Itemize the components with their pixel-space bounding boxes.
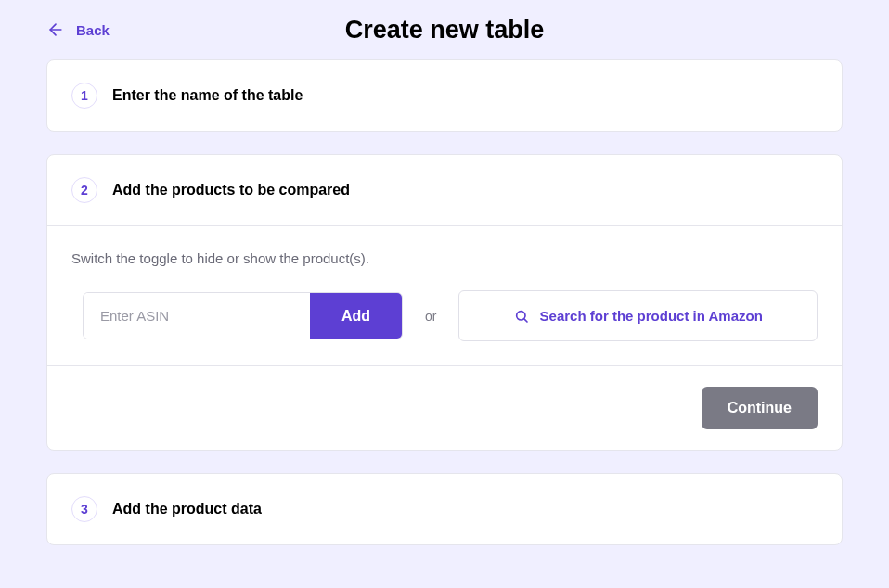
or-separator: or bbox=[425, 309, 436, 324]
product-input-row: Add or Search for the product in Amazon bbox=[71, 290, 818, 341]
svg-line-2 bbox=[524, 319, 527, 322]
continue-button[interactable]: Continue bbox=[702, 387, 818, 429]
toggle-hint: Switch the toggle to hide or show the pr… bbox=[71, 250, 818, 266]
step-3-number: 3 bbox=[71, 496, 97, 522]
step-2-body: Switch the toggle to hide or show the pr… bbox=[47, 225, 842, 365]
page-title: Create new table bbox=[345, 16, 545, 45]
step-1-card: 1 Enter the name of the table bbox=[46, 59, 843, 132]
step-1-title: Enter the name of the table bbox=[112, 87, 303, 104]
asin-input-group: Add bbox=[83, 292, 403, 339]
step-2-title: Add the products to be compared bbox=[112, 182, 350, 198]
arrow-left-icon bbox=[46, 20, 65, 39]
back-label: Back bbox=[76, 22, 110, 38]
step-3-header[interactable]: 3 Add the product data bbox=[47, 474, 842, 544]
step-2-header[interactable]: 2 Add the products to be compared bbox=[47, 155, 842, 225]
step-2-footer: Continue bbox=[47, 365, 842, 450]
search-amazon-label: Search for the product in Amazon bbox=[540, 308, 763, 324]
step-2-number: 2 bbox=[71, 177, 97, 203]
asin-input[interactable] bbox=[84, 293, 310, 339]
step-1-header[interactable]: 1 Enter the name of the table bbox=[47, 60, 842, 131]
step-2-card: 2 Add the products to be compared Switch… bbox=[46, 154, 843, 451]
step-1-number: 1 bbox=[71, 83, 97, 109]
search-icon bbox=[514, 309, 529, 324]
back-button[interactable]: Back bbox=[46, 20, 110, 39]
page-header: Back Create new table bbox=[0, 0, 889, 59]
step-3-card: 3 Add the product data bbox=[46, 473, 843, 545]
search-amazon-button[interactable]: Search for the product in Amazon bbox=[458, 290, 818, 341]
add-button[interactable]: Add bbox=[310, 293, 402, 339]
step-3-title: Add the product data bbox=[112, 501, 262, 518]
